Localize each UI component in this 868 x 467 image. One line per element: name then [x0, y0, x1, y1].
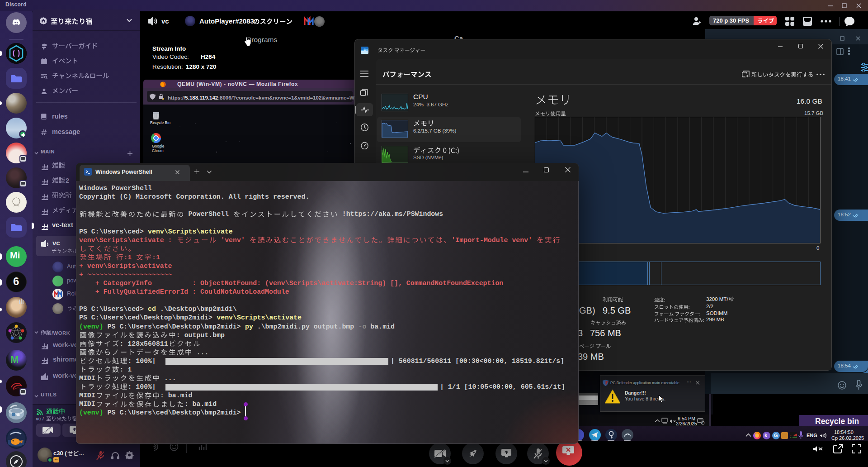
svg-text:?: ? — [702, 422, 703, 424]
